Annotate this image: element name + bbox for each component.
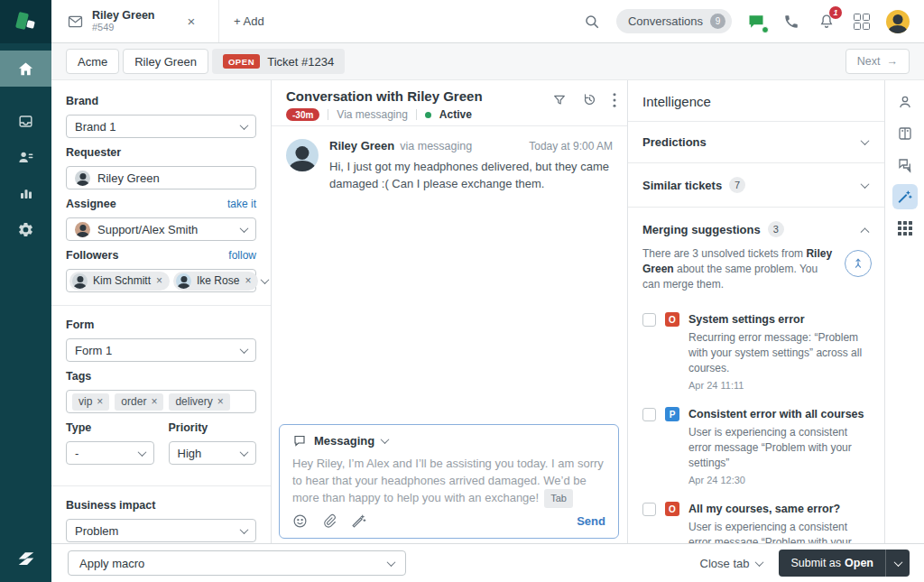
tag-chip[interactable]: delivery× (169, 393, 229, 411)
apps-icon[interactable] (892, 216, 918, 241)
apply-macro-select[interactable]: Apply macro (68, 550, 406, 576)
business-impact-value: Problem (75, 524, 118, 538)
suggestion-date: Apr 24 12:30 (688, 475, 872, 485)
tag-chip[interactable]: vip× (72, 393, 109, 411)
history-icon[interactable] (582, 92, 597, 107)
tags-label: Tags (66, 370, 91, 383)
predictions-section[interactable]: Predictions (628, 122, 884, 163)
conversations-button[interactable]: Conversations 9 (616, 9, 732, 33)
chevron-down-icon (861, 180, 870, 189)
kebab-menu-icon[interactable] (613, 93, 616, 107)
close-tab-icon[interactable]: × (187, 14, 195, 29)
main-nav-rail (0, 0, 51, 582)
submit-button[interactable]: Submit asOpen (779, 550, 910, 577)
reply-composer[interactable]: Messaging Hey Riley, I’m Alex and I’ll b… (279, 424, 619, 539)
attachment-icon[interactable] (322, 513, 337, 529)
suggestion-checkbox[interactable] (642, 408, 656, 421)
knowledge-icon[interactable] (892, 121, 918, 146)
envelope-icon (68, 15, 83, 28)
section-divider (51, 305, 271, 306)
apps-grid-icon[interactable] (851, 11, 873, 32)
send-button[interactable]: Send (577, 514, 605, 528)
merge-note-text: There are 3 unsolved tickets from (642, 247, 806, 260)
follower-chip[interactable]: Kim Schmitt× (69, 272, 170, 291)
suggestion-checkbox[interactable] (642, 503, 656, 516)
phone-icon[interactable] (781, 11, 802, 32)
message: Riley Green via messaging Today at 9:00 … (272, 126, 627, 192)
add-tab-button[interactable]: + Add (219, 0, 279, 42)
bell-icon[interactable]: 1 (816, 11, 837, 32)
ai-writing-tools-icon[interactable] (351, 513, 366, 529)
merge-suggestion-item[interactable]: P Consistent error with all courses User… (628, 393, 884, 487)
close-tab-button[interactable]: Close tab (700, 557, 763, 570)
nav-reporting[interactable] (0, 175, 51, 211)
take-it-link[interactable]: take it (227, 198, 256, 210)
ticket-number: Ticket #1234 (267, 55, 334, 69)
chat-icon[interactable] (745, 11, 767, 32)
tag-chip[interactable]: order× (115, 393, 163, 411)
intelligence-wand-icon[interactable] (892, 184, 918, 209)
chevron-up-icon (861, 227, 870, 236)
merge-suggestion-item[interactable]: O System settings error Recurring error … (628, 303, 884, 393)
remove-follower-icon[interactable]: × (156, 274, 162, 287)
type-field: Type - (66, 421, 154, 465)
tags-input[interactable]: vip× order× delivery× (66, 390, 256, 413)
nav-home[interactable] (0, 51, 51, 87)
assignee-select[interactable]: Support/Alex Smith (66, 217, 256, 241)
nav-admin[interactable] (0, 211, 51, 247)
composer-channel-label[interactable]: Messaging (314, 434, 374, 448)
breadcrumb-org[interactable]: Acme (66, 49, 119, 74)
online-status-dot (762, 26, 769, 33)
remove-tag-icon[interactable]: × (97, 395, 103, 408)
priority-select[interactable]: High (169, 441, 257, 465)
business-impact-select[interactable]: Problem (66, 519, 256, 542)
filter-icon[interactable] (552, 93, 567, 107)
merge-tickets-button[interactable] (845, 250, 872, 277)
intelligence-panel: Intelligence Predictions Similar tickets… (627, 80, 884, 543)
nav-customers[interactable] (0, 139, 51, 175)
form-select[interactable]: Form 1 (66, 338, 256, 362)
similar-tickets-section[interactable]: Similar tickets 7 (628, 163, 884, 208)
type-select[interactable]: - (66, 441, 154, 465)
assignee-avatar (75, 222, 90, 237)
tab-key-hint: Tab (544, 489, 573, 508)
followers-select[interactable]: Kim Schmitt× Ike Rose× (66, 269, 256, 292)
follower-avatar (72, 273, 88, 289)
follower-chip[interactable]: Ike Rose× (173, 272, 258, 291)
suggestion-checkbox[interactable] (642, 313, 656, 327)
conversations-context-icon[interactable] (892, 152, 918, 178)
notification-count-badge: 1 (829, 6, 842, 19)
brand-select[interactable]: Brand 1 (66, 115, 256, 138)
search-icon[interactable] (581, 11, 603, 32)
requester-input[interactable]: Riley Green (66, 166, 256, 189)
tag-label: delivery (175, 395, 212, 408)
submit-options-caret[interactable] (886, 550, 910, 577)
emoji-icon[interactable] (292, 513, 308, 529)
nav-views[interactable] (0, 103, 51, 139)
breadcrumb-ticket[interactable]: OPEN Ticket #1234 (212, 49, 345, 74)
message-channel: via messaging (400, 140, 472, 152)
user-avatar[interactable] (886, 10, 910, 33)
suggestion-date: Apr 24 11:11 (688, 380, 872, 391)
merging-suggestions-label: Merging suggestions (642, 223, 761, 236)
ticket-tab[interactable]: Riley Green #549 × (51, 0, 219, 42)
follow-link[interactable]: follow (228, 249, 256, 262)
user-context-icon[interactable] (892, 89, 918, 115)
customers-icon (17, 149, 34, 166)
remove-tag-icon[interactable]: × (217, 395, 224, 408)
merging-suggestions-section[interactable]: Merging suggestions 3 (628, 208, 884, 243)
chevron-down-icon (240, 224, 249, 233)
home-icon (17, 60, 34, 78)
conversations-label: Conversations (628, 14, 703, 28)
brand-field: Brand Brand 1 (66, 95, 256, 138)
message-author: Riley Green (329, 139, 394, 152)
remove-follower-icon[interactable]: × (245, 274, 251, 287)
breadcrumb-requester[interactable]: Riley Green (123, 49, 208, 74)
merge-suggestion-item[interactable]: O All my courses, same error? User is ex… (628, 487, 884, 543)
ai-suggested-reply[interactable]: Hey Riley, I’m Alex and I’ll be assistin… (292, 455, 605, 508)
next-button[interactable]: Next → (845, 49, 910, 74)
submit-prefix: Submit as (790, 557, 841, 569)
chevron-down-icon (387, 558, 396, 567)
message-text: Hi, I just got my headphones delivered, … (329, 158, 613, 192)
remove-tag-icon[interactable]: × (151, 395, 157, 408)
